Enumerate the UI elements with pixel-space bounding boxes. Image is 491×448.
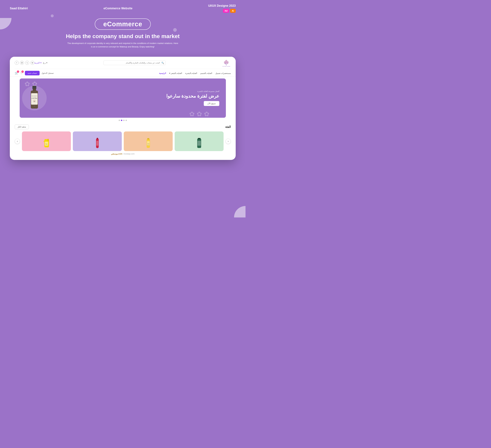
product-image-container: GALACTOMYCES PURE VITAMIN C GLOW TONER 8… <box>26 85 43 111</box>
nav-item-hair[interactable]: العناية بالشعر ▾ <box>169 72 182 74</box>
currency-label: ر.ع <box>43 62 46 64</box>
category-cards: Baby <box>22 131 224 151</box>
carousel-prev-button[interactable]: ‹ <box>15 139 20 144</box>
xd-badge: Xd <box>223 9 229 13</box>
svg-rect-32 <box>198 138 200 139</box>
ai-badge: Ai <box>230 9 236 13</box>
slider-dot-2[interactable] <box>121 120 122 121</box>
header: Saad Ettahiri eCommerce Website UI/UX De… <box>0 0 246 15</box>
hero-section: eCommerce Helps the company stand out in… <box>0 15 246 54</box>
banner-wrapper: ✿ ✿ ✿ ✿ ✿ GALACTOMYCES P <box>10 76 236 118</box>
nav-item-home[interactable]: الرئيسية <box>159 72 166 74</box>
product-img-1: Baby <box>42 137 51 150</box>
project-name: eCommerce Website <box>104 7 132 10</box>
svg-rect-24 <box>97 138 98 139</box>
search-input[interactable] <box>104 61 166 65</box>
svg-rect-19 <box>48 139 49 141</box>
product-img-4 <box>195 137 204 150</box>
register-button[interactable]: حساب جديد <box>25 71 40 75</box>
category-card-1[interactable]: Baby <box>22 131 71 151</box>
flower-deco-right: ✿ ✿ ✿ <box>189 110 209 118</box>
see-all-button[interactable]: شاهد الكل <box>15 125 29 129</box>
svg-rect-0 <box>21 62 23 64</box>
product-img-2 <box>93 137 102 150</box>
year-label: UI/UX Designe 2023 <box>208 4 236 8</box>
currency-selector[interactable]: ر.ع ▾ <box>43 62 47 64</box>
main-navigation: مستحضرات تجميل العناية بالجسم العناية با… <box>159 72 231 74</box>
svg-point-1 <box>22 63 22 63</box>
cart-button[interactable]: 🛒 5 <box>15 71 18 75</box>
category-section: الفئة شاهد الكل ‹ Baby <box>10 123 236 151</box>
slider-dots <box>10 120 236 121</box>
instagram-icon[interactable] <box>20 61 24 65</box>
carousel-next-button[interactable]: › <box>226 139 231 144</box>
watermark: موستقي.com mostaqi.com <box>10 151 236 157</box>
svg-rect-33 <box>198 141 201 146</box>
slider-dot-1[interactable] <box>119 120 120 121</box>
tool-badges: Xd Ai <box>223 9 236 13</box>
cart-badge: 5 <box>17 71 19 73</box>
site-logo: TULIP MART TRADING <box>222 58 231 67</box>
category-card-4[interactable] <box>175 131 224 151</box>
banner-title: عرض لفترة محدودة سارعوا <box>166 93 219 99</box>
search-icon[interactable]: 🔍 <box>161 62 164 64</box>
lang-currency: العربية ▾ ر.ع ▾ <box>34 62 47 64</box>
svg-text:TULIP MART TRADING: TULIP MART TRADING <box>222 66 230 67</box>
chevron-down-icon: ▾ <box>40 62 41 64</box>
login-button[interactable]: تسجيل الدخول <box>42 72 54 74</box>
nav-item-body[interactable]: العناية بالجسم <box>200 72 212 74</box>
category-title: الفئة <box>225 125 231 129</box>
nav-item-skin[interactable]: العناية بالبشرة <box>185 72 197 74</box>
svg-text:NIACIN: NIACIN <box>147 145 150 146</box>
category-header: الفئة شاهد الكل <box>15 125 231 129</box>
author-name: Saad Ettahiri <box>10 7 28 10</box>
search-bar: 🔍 <box>104 61 166 65</box>
social-icons: f 𝕏 W <box>15 61 34 65</box>
category-card-2[interactable] <box>73 131 122 151</box>
brand-name: eCommerce <box>103 20 142 28</box>
browser-mockup: f 𝕏 W العربية ▾ ر.ع <box>10 57 236 160</box>
svg-text:Baby: Baby <box>46 144 47 145</box>
slider-dot-3[interactable] <box>123 120 124 121</box>
svg-rect-25 <box>96 141 98 146</box>
topbar-row1: f 𝕏 W العربية ▾ ر.ع <box>15 58 231 69</box>
product-img-3: YUJA NIACIN <box>144 137 153 150</box>
wishlist-button[interactable]: ♡ 3 <box>20 71 23 75</box>
whatsapp-icon[interactable]: W <box>30 61 34 65</box>
header-right: UI/UX Designe 2023 Xd Ai <box>208 4 236 13</box>
svg-text:YUJA: YUJA <box>147 143 150 144</box>
action-buttons: 🛒 5 ♡ 3 حساب جديد تسجيل الدخول <box>15 71 54 75</box>
svg-rect-20 <box>44 141 45 142</box>
hero-description: The development of corporate identity is… <box>67 42 178 49</box>
slider-dot-4[interactable] <box>125 120 127 121</box>
brand-oval: eCommerce <box>95 18 151 30</box>
category-card-3[interactable]: YUJA NIACIN <box>124 131 173 151</box>
banner-text: أفضل مجموعة للعناية بالبشرة عرض لفترة مح… <box>166 90 219 106</box>
shop-now-button[interactable]: تسوق الآن <box>204 101 219 106</box>
category-row: ‹ Baby <box>15 131 231 151</box>
hero-banner: ✿ ✿ ✿ ✿ ✿ GALACTOMYCES P <box>20 79 226 118</box>
language-selector[interactable]: العربية ▾ <box>34 62 41 64</box>
topbar-row2: 🛒 5 ♡ 3 حساب جديد تسجيل الدخول مستحضرات … <box>15 70 231 76</box>
twitter-icon[interactable]: 𝕏 <box>25 61 29 65</box>
nav-item-cosmetics[interactable]: مستحضرات تجميل <box>215 72 231 74</box>
glow-circle <box>22 86 47 110</box>
site-topbar: f 𝕏 W العربية ▾ ر.ع <box>10 57 236 76</box>
chevron-down-icon-2: ▾ <box>46 62 47 64</box>
hero-tagline: Helps the company stand out in the marke… <box>10 33 236 39</box>
wishlist-badge: 3 <box>21 71 24 73</box>
svg-rect-27 <box>147 138 149 139</box>
logo-area: TULIP MART TRADING <box>222 58 231 67</box>
deco-quarter-right <box>234 206 246 218</box>
language-label: العربية <box>34 62 40 64</box>
banner-subtitle: أفضل مجموعة للعناية بالبشرة <box>166 90 219 92</box>
facebook-icon[interactable]: f <box>15 61 19 65</box>
